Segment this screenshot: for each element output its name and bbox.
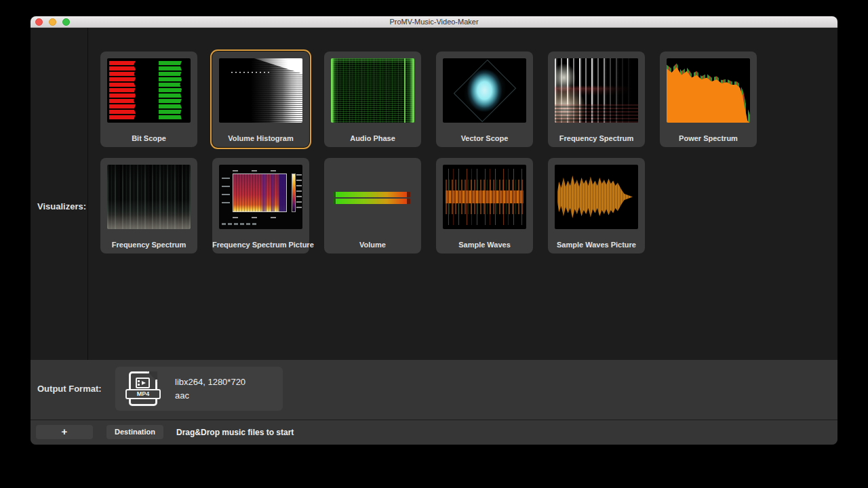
sample-waves-thumbnail (443, 165, 526, 229)
visualizer-tile-frequency-spectrum-picture[interactable]: Frequency Spectrum Picture (212, 158, 309, 253)
visualizer-grid-area: Visualizers: Bit Scope Volume Histogram … (31, 28, 837, 360)
spectrogram-top-ticks (233, 170, 287, 171)
frequency-spectrum-picture-thumbnail (219, 165, 302, 229)
spectrogram-y-axis (222, 178, 230, 209)
add-files-button[interactable]: + (36, 425, 93, 439)
output-format-section: Output Format: MP4 libx264, 868*488 aac (31, 360, 837, 420)
format-line1: libx264, 868*488 (175, 375, 245, 389)
visualizer-tile-frequency-spectrum[interactable]: Frequency Spectrum (548, 52, 645, 147)
film-hole (138, 380, 140, 382)
visualizer-label: Frequency Spectrum (548, 134, 645, 142)
visualizer-label: Frequency Spectrum (100, 241, 197, 249)
visualizers-label: Visualizers: (37, 201, 86, 211)
volume-thumbnail (331, 165, 414, 229)
mp4-file-icon: MP4 (129, 371, 157, 406)
spectrogram-colorbar (292, 174, 296, 212)
vector-scope-thumbnail (443, 58, 526, 123)
app-window: ProMV-Music-Video-Maker Visualizers: Bit… (31, 16, 837, 445)
visualizer-label: Bit Scope (100, 134, 197, 142)
format-line2: aac (175, 389, 245, 403)
title-bar[interactable]: ProMV-Music-Video-Maker (31, 16, 837, 28)
visualizer-tile-audio-phase[interactable]: Audio Phase (324, 52, 421, 147)
visualizer-tile-volume[interactable]: Volume (324, 158, 421, 253)
spectrogram-x-axis (233, 217, 287, 218)
power-spectrum-thumbnail (667, 58, 750, 123)
visualizer-label: Sample Waves Picture (548, 241, 645, 249)
film-frame-icon (136, 378, 150, 388)
format-description: libx264, 868*488 aac (175, 375, 245, 403)
visualizer-label: Vector Scope (436, 134, 533, 142)
visualizer-label: Power Spectrum (660, 134, 757, 142)
audio-phase-thumbnail (331, 58, 414, 123)
sample-waves-picture-thumbnail (555, 165, 638, 229)
visualizer-tile-bit-scope[interactable]: Bit Scope (100, 52, 197, 147)
visualizer-tile-power-spectrum[interactable]: Power Spectrum (660, 52, 757, 147)
bottom-toolbar: + Destination Drag&Drop music files to s… (31, 420, 837, 445)
window-title: ProMV-Music-Video-Maker (31, 16, 837, 28)
output-format-label: Output Format: (37, 384, 102, 394)
visualizer-label: Audio Phase (324, 134, 421, 142)
visualizer-tile-volume-histogram[interactable]: Volume Histogram (212, 52, 309, 147)
waveform-layer (446, 190, 524, 203)
visualizer-label: Volume (324, 241, 421, 249)
sidebar-divider (87, 28, 88, 360)
frequency-spectrum-thumbnail (555, 58, 638, 123)
visualizer-tile-sample-waves[interactable]: Sample Waves (436, 158, 533, 253)
visualizer-label: Sample Waves (436, 241, 533, 249)
film-hole (138, 384, 140, 386)
output-format-box[interactable]: MP4 libx264, 868*488 aac (115, 367, 283, 411)
visualizer-tile-sample-waves-picture[interactable]: Sample Waves Picture (548, 158, 645, 253)
visualizer-label: Volume Histogram (212, 134, 309, 142)
waveform-shape (557, 171, 633, 222)
visualizer-tile-vector-scope[interactable]: Vector Scope (436, 52, 533, 147)
visualizer-label: Frequency Spectrum Picture (212, 241, 309, 249)
dragdrop-hint: Drag&Drop music files to start (176, 428, 294, 437)
spectrogram-plot (233, 174, 287, 212)
volume-histogram-thumbnail (219, 58, 302, 123)
destination-button[interactable]: Destination (106, 425, 163, 439)
spectrogram-caption (222, 223, 257, 225)
visualizer-tile-frequency-spectrum-2[interactable]: Frequency Spectrum (100, 158, 197, 253)
bit-scope-thumbnail (107, 58, 191, 123)
mp4-badge: MP4 (125, 389, 161, 399)
spectrogram-colorbar-labels (296, 174, 301, 211)
frequency-spectrum-dark-thumbnail (107, 165, 191, 229)
play-icon (142, 381, 146, 385)
